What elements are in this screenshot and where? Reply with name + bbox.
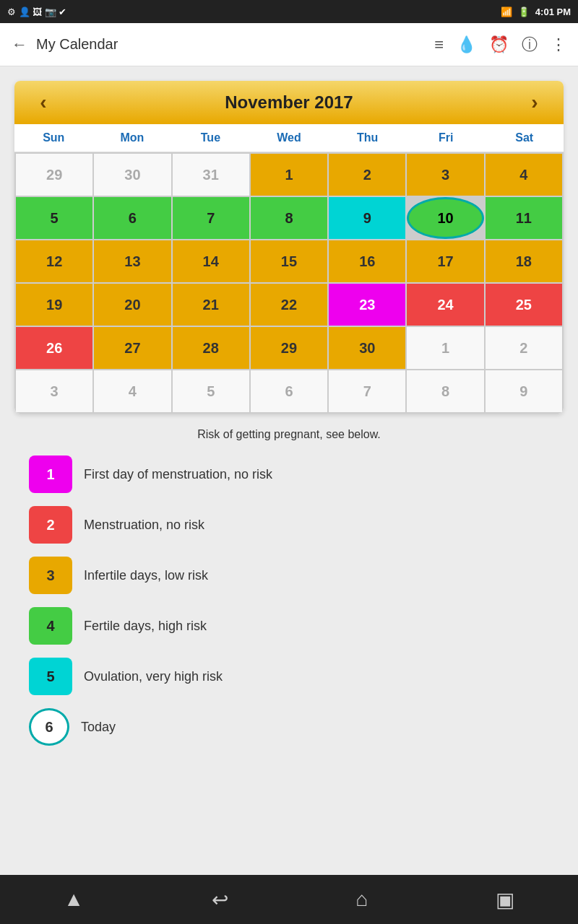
cal-day-34[interactable]: 2 [486, 327, 562, 369]
dow-mon: Mon [93, 124, 172, 152]
legend-label-3: Fertile days, high risk [84, 619, 207, 634]
cal-day-25[interactable]: 23 [329, 284, 405, 326]
nav-back-button[interactable]: ↩ [197, 882, 243, 918]
cal-day-30[interactable]: 28 [173, 327, 249, 369]
risk-text: Risk of getting pregnant, see below. [29, 428, 549, 441]
cal-day-5[interactable]: 3 [407, 154, 483, 196]
dow-sat: Sat [485, 124, 564, 152]
app-bar-left: ← My Calendar [12, 35, 118, 54]
legend-box-2: 3 [29, 557, 72, 594]
cal-day-19[interactable]: 17 [407, 240, 483, 282]
cal-day-36[interactable]: 4 [94, 370, 171, 412]
next-month-button[interactable]: › [506, 81, 564, 124]
bottom-nav: ▲ ↩ ⌂ ▣ [0, 875, 578, 924]
cal-day-16[interactable]: 14 [173, 240, 249, 282]
cal-day-37[interactable]: 5 [173, 370, 249, 412]
wifi-icon: 📶 [501, 6, 512, 17]
info-icon[interactable]: ⓘ [522, 34, 538, 56]
cal-day-32[interactable]: 30 [329, 327, 405, 369]
dow-thu: Thu [328, 124, 407, 152]
cal-day-33[interactable]: 1 [407, 327, 483, 369]
app-title: My Calendar [36, 36, 118, 53]
cal-day-29[interactable]: 27 [94, 327, 171, 369]
cal-day-18[interactable]: 16 [329, 240, 405, 282]
calendar-container: ‹ November 2017 › Sun Mon Tue Wed Thu Fr… [14, 81, 564, 414]
legend-label-5: Today [81, 720, 116, 735]
cal-day-39[interactable]: 7 [329, 370, 405, 412]
legend-label-4: Ovulation, very high risk [84, 669, 223, 684]
legend-section: Risk of getting pregnant, see below. 1Fi… [14, 414, 564, 773]
nav-square-button[interactable]: ▣ [481, 882, 529, 918]
app-bar: ← My Calendar ≡ 💧 ⏰ ⓘ ⋮ [0, 23, 578, 66]
dow-wed: Wed [250, 124, 329, 152]
cal-day-40[interactable]: 8 [407, 370, 483, 412]
status-icons: ⚙ 👤 🖼 📷 ✔ [7, 6, 66, 17]
day-of-week-row: Sun Mon Tue Wed Thu Fri Sat [14, 124, 564, 152]
notification-icons: ⚙ 👤 🖼 📷 ✔ [7, 6, 66, 17]
legend-label-1: Menstruation, no risk [84, 518, 204, 533]
cal-day-21[interactable]: 19 [16, 284, 92, 326]
cal-day-23[interactable]: 21 [173, 284, 249, 326]
cal-day-12[interactable]: 10 [407, 197, 483, 239]
status-bar: ⚙ 👤 🖼 📷 ✔ 📶 🔋 4:01 PM [0, 0, 578, 23]
legend-item-1: 2Menstruation, no risk [29, 506, 549, 544]
cal-day-28[interactable]: 26 [16, 327, 92, 369]
cal-day-13[interactable]: 11 [486, 197, 562, 239]
cal-day-20[interactable]: 18 [486, 240, 562, 282]
cal-day-27[interactable]: 25 [486, 284, 562, 326]
cal-day-41[interactable]: 9 [486, 370, 562, 412]
calendar-header: ‹ November 2017 › [14, 81, 564, 124]
legend-box-4: 5 [29, 658, 72, 695]
legend-item-0: 1First day of menstruation, no risk [29, 456, 549, 493]
legend-item-5: 6Today [29, 708, 549, 746]
cal-day-38[interactable]: 6 [251, 370, 327, 412]
cal-day-14[interactable]: 12 [16, 240, 92, 282]
calendar-title: November 2017 [72, 92, 506, 113]
back-button[interactable]: ← [12, 35, 27, 54]
cal-day-17[interactable]: 15 [251, 240, 327, 282]
cal-day-8[interactable]: 6 [94, 197, 171, 239]
cal-day-0[interactable]: 29 [16, 154, 92, 196]
cal-day-15[interactable]: 13 [94, 240, 171, 282]
legend-label-0: First day of menstruation, no risk [84, 467, 272, 482]
dow-fri: Fri [407, 124, 486, 152]
drop-icon[interactable]: 💧 [457, 35, 476, 54]
list-icon[interactable]: ≡ [434, 35, 444, 54]
cal-day-31[interactable]: 29 [251, 327, 327, 369]
battery-icon: 🔋 [518, 6, 530, 17]
calendar-grid: 2930311234567891011121314151617181920212… [14, 152, 564, 414]
app-bar-actions: ≡ 💧 ⏰ ⓘ ⋮ [434, 34, 566, 56]
legend-item-4: 5Ovulation, very high risk [29, 658, 549, 695]
cal-day-9[interactable]: 7 [173, 197, 249, 239]
legend-box-5: 6 [29, 708, 69, 746]
cal-day-22[interactable]: 20 [94, 284, 171, 326]
status-right: 📶 🔋 4:01 PM [501, 6, 571, 17]
more-icon[interactable]: ⋮ [551, 35, 566, 54]
legend-box-3: 4 [29, 607, 72, 645]
cal-day-35[interactable]: 3 [16, 370, 92, 412]
cal-day-1[interactable]: 30 [94, 154, 171, 196]
cal-day-24[interactable]: 22 [251, 284, 327, 326]
nav-up-button[interactable]: ▲ [49, 882, 98, 917]
cal-day-4[interactable]: 2 [329, 154, 405, 196]
cal-day-7[interactable]: 5 [16, 197, 92, 239]
clock-icon[interactable]: ⏰ [489, 35, 509, 54]
cal-day-2[interactable]: 31 [173, 154, 249, 196]
cal-day-10[interactable]: 8 [251, 197, 327, 239]
legend-item-3: 4Fertile days, high risk [29, 607, 549, 645]
prev-month-button[interactable]: ‹ [14, 81, 72, 124]
cal-day-6[interactable]: 4 [486, 154, 562, 196]
dow-tue: Tue [171, 124, 250, 152]
cal-day-26[interactable]: 24 [407, 284, 483, 326]
legend-box-1: 2 [29, 506, 72, 544]
legend-label-2: Infertile days, low risk [84, 568, 208, 583]
legend-item-2: 3Infertile days, low risk [29, 557, 549, 594]
dow-sun: Sun [14, 124, 93, 152]
legend-box-0: 1 [29, 456, 72, 493]
cal-day-3[interactable]: 1 [251, 154, 327, 196]
legend-items: 1First day of menstruation, no risk2Mens… [29, 456, 549, 746]
cal-day-11[interactable]: 9 [329, 197, 405, 239]
main-content: ‹ November 2017 › Sun Mon Tue Wed Thu Fr… [0, 66, 578, 875]
time-display: 4:01 PM [535, 6, 571, 17]
nav-home-button[interactable]: ⌂ [341, 882, 382, 917]
